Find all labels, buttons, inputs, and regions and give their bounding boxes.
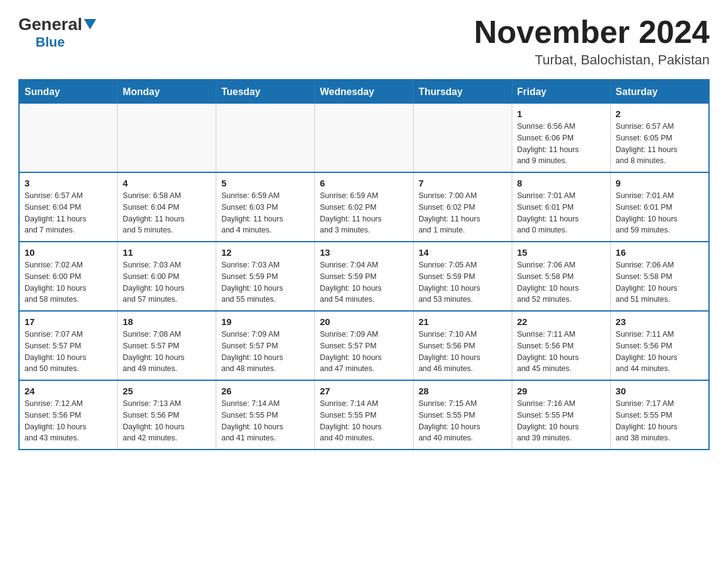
day-cell: 1Sunrise: 6:56 AMSunset: 6:06 PMDaylight… <box>512 104 610 172</box>
day-info: Sunrise: 7:17 AMSunset: 5:55 PMDaylight:… <box>616 398 703 444</box>
week-row-3: 17Sunrise: 7:07 AMSunset: 5:57 PMDayligh… <box>19 311 709 380</box>
day-info: Sunrise: 7:08 AMSunset: 5:57 PMDaylight:… <box>123 329 211 375</box>
day-cell: 6Sunrise: 6:59 AMSunset: 6:02 PMDaylight… <box>315 172 414 242</box>
day-number: 3 <box>25 178 112 188</box>
day-info: Sunrise: 7:05 AMSunset: 5:59 PMDaylight:… <box>419 259 507 305</box>
day-cell: 20Sunrise: 7:09 AMSunset: 5:57 PMDayligh… <box>315 311 414 380</box>
day-cell <box>216 104 315 172</box>
logo-blue-text: Blue <box>36 34 65 50</box>
weekday-header-thursday: Thursday <box>413 80 512 104</box>
day-info: Sunrise: 7:01 AMSunset: 6:01 PMDaylight:… <box>616 190 703 236</box>
day-number: 22 <box>517 316 605 327</box>
day-number: 6 <box>320 178 408 188</box>
title-block: November 2024 Turbat, Balochistan, Pakis… <box>474 15 710 68</box>
day-info: Sunrise: 6:58 AMSunset: 6:04 PMDaylight:… <box>123 190 211 236</box>
day-cell: 8Sunrise: 7:01 AMSunset: 6:01 PMDaylight… <box>512 172 610 242</box>
day-number: 21 <box>419 316 507 327</box>
logo-general-text: General <box>18 15 82 34</box>
day-info: Sunrise: 6:56 AMSunset: 6:06 PMDaylight:… <box>517 121 605 167</box>
day-info: Sunrise: 6:59 AMSunset: 6:02 PMDaylight:… <box>320 190 408 236</box>
day-cell: 24Sunrise: 7:12 AMSunset: 5:56 PMDayligh… <box>19 380 118 450</box>
day-cell: 27Sunrise: 7:14 AMSunset: 5:55 PMDayligh… <box>315 380 414 450</box>
weekday-header-tuesday: Tuesday <box>216 80 315 104</box>
day-info: Sunrise: 7:14 AMSunset: 5:55 PMDaylight:… <box>320 398 408 444</box>
day-info: Sunrise: 7:10 AMSunset: 5:56 PMDaylight:… <box>419 329 507 375</box>
weekday-header-friday: Friday <box>512 80 610 104</box>
day-cell: 15Sunrise: 7:06 AMSunset: 5:58 PMDayligh… <box>512 242 610 311</box>
day-cell: 17Sunrise: 7:07 AMSunset: 5:57 PMDayligh… <box>19 311 118 380</box>
day-cell: 22Sunrise: 7:11 AMSunset: 5:56 PMDayligh… <box>512 311 610 380</box>
day-number: 20 <box>320 316 408 327</box>
day-number: 16 <box>616 247 703 258</box>
weekday-header-wednesday: Wednesday <box>315 80 414 104</box>
day-number: 29 <box>517 386 605 396</box>
day-cell: 21Sunrise: 7:10 AMSunset: 5:56 PMDayligh… <box>413 311 512 380</box>
day-cell: 18Sunrise: 7:08 AMSunset: 5:57 PMDayligh… <box>118 311 216 380</box>
day-number: 12 <box>221 247 309 258</box>
day-info: Sunrise: 7:03 AMSunset: 5:59 PMDaylight:… <box>221 259 309 305</box>
location-title: Turbat, Balochistan, Pakistan <box>474 52 710 68</box>
day-number: 23 <box>616 316 703 327</box>
day-number: 11 <box>123 247 211 258</box>
weekday-header-monday: Monday <box>118 80 216 104</box>
day-cell <box>413 104 512 172</box>
week-row-1: 3Sunrise: 6:57 AMSunset: 6:04 PMDaylight… <box>19 172 709 242</box>
day-number: 14 <box>419 247 507 258</box>
day-cell: 11Sunrise: 7:03 AMSunset: 6:00 PMDayligh… <box>118 242 216 311</box>
day-number: 17 <box>25 316 112 327</box>
weekday-header-sunday: Sunday <box>19 80 118 104</box>
day-cell: 26Sunrise: 7:14 AMSunset: 5:55 PMDayligh… <box>216 380 315 450</box>
day-number: 2 <box>616 109 703 119</box>
weekday-header-saturday: Saturday <box>610 80 709 104</box>
day-info: Sunrise: 7:09 AMSunset: 5:57 PMDaylight:… <box>221 329 309 375</box>
day-cell: 30Sunrise: 7:17 AMSunset: 5:55 PMDayligh… <box>610 380 709 450</box>
day-cell: 13Sunrise: 7:04 AMSunset: 5:59 PMDayligh… <box>315 242 414 311</box>
day-number: 28 <box>419 386 507 396</box>
day-number: 25 <box>123 386 211 396</box>
day-number: 15 <box>517 247 605 258</box>
day-cell: 5Sunrise: 6:59 AMSunset: 6:03 PMDaylight… <box>216 172 315 242</box>
day-cell <box>315 104 414 172</box>
week-row-2: 10Sunrise: 7:02 AMSunset: 6:00 PMDayligh… <box>19 242 709 311</box>
day-cell: 29Sunrise: 7:16 AMSunset: 5:55 PMDayligh… <box>512 380 610 450</box>
weekday-header-row: SundayMondayTuesdayWednesdayThursdayFrid… <box>19 80 709 104</box>
day-info: Sunrise: 7:11 AMSunset: 5:56 PMDaylight:… <box>616 329 703 375</box>
day-number: 18 <box>123 316 211 327</box>
day-cell: 2Sunrise: 6:57 AMSunset: 6:05 PMDaylight… <box>610 104 709 172</box>
day-cell: 28Sunrise: 7:15 AMSunset: 5:55 PMDayligh… <box>413 380 512 450</box>
day-cell: 16Sunrise: 7:06 AMSunset: 5:58 PMDayligh… <box>610 242 709 311</box>
day-cell: 12Sunrise: 7:03 AMSunset: 5:59 PMDayligh… <box>216 242 315 311</box>
day-number: 19 <box>221 316 309 327</box>
day-cell: 4Sunrise: 6:58 AMSunset: 6:04 PMDaylight… <box>118 172 216 242</box>
day-cell <box>19 104 118 172</box>
day-number: 24 <box>25 386 112 396</box>
day-number: 7 <box>419 178 507 188</box>
day-info: Sunrise: 7:09 AMSunset: 5:57 PMDaylight:… <box>320 329 408 375</box>
day-info: Sunrise: 7:14 AMSunset: 5:55 PMDaylight:… <box>221 398 309 444</box>
day-number: 26 <box>221 386 309 396</box>
day-info: Sunrise: 7:13 AMSunset: 5:56 PMDaylight:… <box>123 398 211 444</box>
day-info: Sunrise: 7:12 AMSunset: 5:56 PMDaylight:… <box>25 398 112 444</box>
day-info: Sunrise: 7:15 AMSunset: 5:55 PMDaylight:… <box>419 398 507 444</box>
day-info: Sunrise: 7:04 AMSunset: 5:59 PMDaylight:… <box>320 259 408 305</box>
day-number: 9 <box>616 178 703 188</box>
calendar-table: SundayMondayTuesdayWednesdayThursdayFrid… <box>18 79 710 450</box>
logo: General Blue <box>18 15 96 50</box>
day-number: 8 <box>517 178 605 188</box>
day-info: Sunrise: 7:06 AMSunset: 5:58 PMDaylight:… <box>517 259 605 305</box>
day-cell: 23Sunrise: 7:11 AMSunset: 5:56 PMDayligh… <box>610 311 709 380</box>
day-info: Sunrise: 7:16 AMSunset: 5:55 PMDaylight:… <box>517 398 605 444</box>
day-cell <box>118 104 216 172</box>
day-info: Sunrise: 7:00 AMSunset: 6:02 PMDaylight:… <box>419 190 507 236</box>
day-cell: 10Sunrise: 7:02 AMSunset: 6:00 PMDayligh… <box>19 242 118 311</box>
day-number: 13 <box>320 247 408 258</box>
day-number: 10 <box>25 247 112 258</box>
day-info: Sunrise: 6:57 AMSunset: 6:05 PMDaylight:… <box>616 121 703 167</box>
week-row-0: 1Sunrise: 6:56 AMSunset: 6:06 PMDaylight… <box>19 104 709 172</box>
day-cell: 25Sunrise: 7:13 AMSunset: 5:56 PMDayligh… <box>118 380 216 450</box>
day-info: Sunrise: 6:59 AMSunset: 6:03 PMDaylight:… <box>221 190 309 236</box>
day-cell: 9Sunrise: 7:01 AMSunset: 6:01 PMDaylight… <box>610 172 709 242</box>
day-info: Sunrise: 6:57 AMSunset: 6:04 PMDaylight:… <box>25 190 112 236</box>
day-info: Sunrise: 7:02 AMSunset: 6:00 PMDaylight:… <box>25 259 112 305</box>
logo-triangle-icon <box>84 19 96 29</box>
